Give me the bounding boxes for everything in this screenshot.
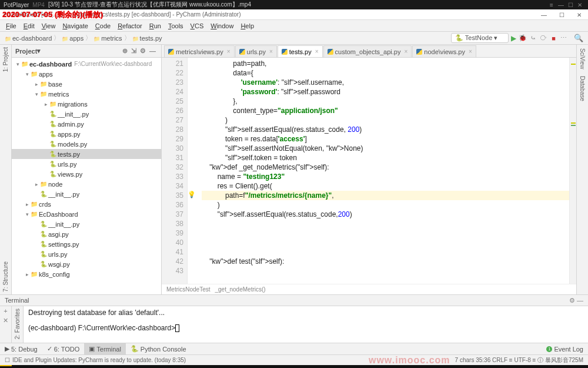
tree-item-__init__.py[interactable]: 🐍__init__.py xyxy=(12,109,161,119)
crumb-ec-dashboard[interactable]: ec-dashboard xyxy=(5,35,52,42)
status-bar: ☐ IDE and Plugin Updates: PyCharm is rea… xyxy=(0,354,588,365)
tree-item-__init__.py[interactable]: 🐍__init__.py xyxy=(12,189,161,199)
tree-item-admin.py[interactable]: 🐍admin.py xyxy=(12,119,161,129)
status-right: 7 chars 35:36 CRLF ≡ UTF-8 ≡ ⓘ 暴风影音725M xyxy=(455,356,583,364)
tree-item-urls.py[interactable]: 🐍urls.py xyxy=(12,159,161,169)
more-run-icon[interactable]: ⋯ xyxy=(559,34,568,42)
terminal-title: Terminal xyxy=(5,297,29,304)
menu-bar: FileEditViewNavigateCodeRefactorRunTools… xyxy=(0,20,588,32)
potplayer-controls: ❚❚ ■ |◀ ▶| 00:09:45 / 00:11:30 S/W AVC1 … xyxy=(0,365,588,368)
tab-urls.py[interactable]: urls.py× xyxy=(235,45,277,57)
crumb-metrics[interactable]: metrics xyxy=(93,35,122,42)
rail-structure[interactable]: 7: Structure xyxy=(2,259,9,294)
watermark: www.imooc.com xyxy=(369,355,450,366)
breadcrumb[interactable]: ec-dashboard〉apps〉metrics〉tests.py xyxy=(5,34,162,42)
tree-item-metrics[interactable]: 📁metrics xyxy=(12,89,161,99)
project-panel-title: Project xyxy=(15,48,37,55)
tree-item-tests.py[interactable]: 🐍tests.py xyxy=(12,149,161,159)
right-tool-rail: SciView Database xyxy=(576,45,588,294)
event-log-button[interactable]: 1Event Log xyxy=(546,346,588,353)
tree-item-settings.py[interactable]: 🐍settings.py xyxy=(12,239,161,249)
tree-item-EcDashboard[interactable]: 📁EcDashboard xyxy=(12,209,161,219)
tree-item-apps.py[interactable]: 🐍apps.py xyxy=(12,129,161,139)
project-collapse-icon[interactable]: ⇲ xyxy=(129,47,138,55)
menu-view[interactable]: View xyxy=(38,22,59,29)
potplayer-min-icon[interactable]: — xyxy=(556,2,566,8)
tab-custom_objects_api.py[interactable]: custom_objects_api.py× xyxy=(323,45,412,57)
tree-item-models.py[interactable]: 🐍models.py xyxy=(12,139,161,149)
project-tree[interactable]: 📁ec-dashboardF:\CurrentWork\ec-dashboard… xyxy=(12,58,161,294)
status-message: IDE and Plugin Updates: PyCharm is ready… xyxy=(12,357,186,363)
rail-project[interactable]: 1: Project xyxy=(2,45,9,74)
potplayer-menu-icon[interactable]: ≡ xyxy=(547,2,556,8)
editor-tabs: metrics\views.py×urls.py×tests.py×custom… xyxy=(162,45,576,58)
tree-item-asgi.py[interactable]: 🐍asgi.py xyxy=(12,229,161,239)
stop-button[interactable]: ■ xyxy=(550,35,557,42)
terminal-close-icon[interactable]: ✕ xyxy=(3,316,8,326)
terminal-body[interactable]: Destroying test database for alias 'defa… xyxy=(24,306,588,343)
menu-navigate[interactable]: Navigate xyxy=(59,22,91,29)
potplayer-overlay-text: 2020-07-07-05 (剩余的)(播放) xyxy=(2,9,103,20)
potplayer-appname: PotPlayer xyxy=(4,2,29,8)
gutter[interactable]: 2122232425262728293031323334353637383940… xyxy=(162,58,188,284)
menu-tools[interactable]: Tools xyxy=(165,22,187,29)
code-editor[interactable]: path=path, data={ 'username': "slf">self… xyxy=(198,58,569,284)
bottom-tab-Terminal[interactable]: ▣Terminal xyxy=(84,343,126,354)
menu-edit[interactable]: Edit xyxy=(20,22,38,29)
menu-file[interactable]: File xyxy=(2,22,20,29)
tree-item-wsgi.py[interactable]: 🐍wsgi.py xyxy=(12,259,161,269)
coverage-button[interactable]: ⤿ xyxy=(529,34,537,42)
run-config-selector[interactable]: 🐍 TestNode ▾ xyxy=(451,33,509,43)
potplayer-video-title: [3/9] 10-3 节点管理-查看节点运行状况【优库IT视频网 www.uko… xyxy=(48,1,251,9)
project-settings-icon[interactable]: ⚙ xyxy=(138,47,148,55)
pycharm-max-icon[interactable]: ☐ xyxy=(553,9,570,20)
tree-item-migrations[interactable]: 📁migrations xyxy=(12,99,161,109)
bottom-tool-bar: ▶5: Debug✓6: TODO▣Terminal🐍Python Consol… xyxy=(0,343,588,354)
project-scroll-from-source-icon[interactable]: ⊕ xyxy=(121,47,129,55)
tree-item-views.py[interactable]: 🐍views.py xyxy=(12,169,161,179)
profile-button[interactable]: ⧂ xyxy=(539,34,548,42)
bottom-tab-Python Console[interactable]: 🐍Python Console xyxy=(126,343,191,354)
left-tool-rail: 1: Project 7: Structure xyxy=(0,45,12,294)
menu-code[interactable]: Code xyxy=(92,22,114,29)
tab-node\views.py[interactable]: node\views.py× xyxy=(412,45,476,57)
terminal-settings-icon[interactable]: ⚙ — xyxy=(569,297,583,304)
tab-tests.py[interactable]: tests.py× xyxy=(278,45,323,57)
potplayer-max-icon[interactable]: ☐ xyxy=(566,2,575,8)
terminal-header: Terminal ⚙ — xyxy=(0,294,588,306)
potplayer-close-icon[interactable]: ✕ xyxy=(575,2,584,8)
search-icon[interactable]: 🔍 xyxy=(574,34,583,42)
tree-item-urls.py[interactable]: 🐍urls.py xyxy=(12,249,161,259)
menu-refactor[interactable]: Refactor xyxy=(114,22,146,29)
debug-button[interactable]: 🐞 xyxy=(519,34,527,42)
menu-window[interactable]: Window xyxy=(207,22,237,29)
tree-item-crds[interactable]: 📁crds xyxy=(12,199,161,209)
run-button[interactable]: ▶ xyxy=(511,34,516,42)
terminal-new-icon[interactable]: + xyxy=(4,306,7,316)
project-panel: Project ▾ ⊕ ⇲ ⚙ — 📁ec-dashboardF:\Curren… xyxy=(12,45,162,294)
rail-database[interactable]: Database xyxy=(579,72,586,105)
menu-vcs[interactable]: VCS xyxy=(187,22,208,29)
bottom-tab-5: Debug[interactable]: ▶5: Debug xyxy=(0,343,42,354)
tab-metrics\views.py[interactable]: metrics\views.py× xyxy=(164,45,235,57)
menu-help[interactable]: Help xyxy=(237,22,258,29)
terminal-line: Destroying test database for alias 'defa… xyxy=(28,309,583,317)
pycharm-close-icon[interactable]: ✕ xyxy=(570,9,588,20)
rail-favorites[interactable]: 2: Favorites xyxy=(14,306,21,342)
tree-item-apps[interactable]: 📁apps xyxy=(12,69,161,79)
pycharm-min-icon[interactable]: — xyxy=(535,9,553,20)
editor-scrollbar[interactable] xyxy=(569,58,576,284)
rail-sciview[interactable]: SciView xyxy=(579,45,586,72)
tree-item-k8s_config[interactable]: 📁k8s_config xyxy=(12,269,161,279)
tree-item-base[interactable]: 📁base xyxy=(12,79,161,89)
editor-breadcrumb[interactable]: MetricsNodeTest _get_nodeMetrics() xyxy=(162,284,576,294)
bottom-tab-6: TODO[interactable]: ✓6: TODO xyxy=(42,343,85,354)
menu-run[interactable]: Run xyxy=(146,22,165,29)
tree-item-__init__.py[interactable]: 🐍__init__.py xyxy=(12,219,161,229)
potplayer-format: MP4 xyxy=(32,2,45,8)
crumb-apps[interactable]: apps xyxy=(62,35,83,42)
tree-root[interactable]: 📁ec-dashboardF:\CurrentWork\ec-dashboard xyxy=(12,59,161,69)
crumb-tests.py[interactable]: tests.py xyxy=(132,35,162,42)
project-hide-icon[interactable]: — xyxy=(148,48,158,55)
tree-item-node[interactable]: 📁node xyxy=(12,179,161,189)
